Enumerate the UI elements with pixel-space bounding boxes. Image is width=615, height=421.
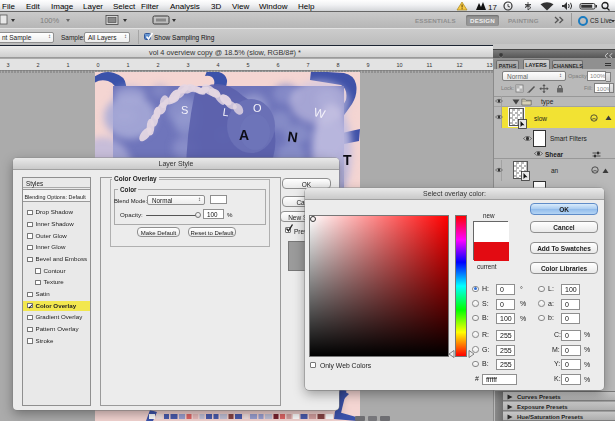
svg-text:1: 1 xyxy=(67,62,70,68)
svg-text:3: 3 xyxy=(187,62,190,68)
svg-text:7: 7 xyxy=(307,62,310,68)
svg-text:11: 11 xyxy=(427,62,433,68)
svg-text:A: A xyxy=(239,127,249,143)
svg-text:3: 3 xyxy=(7,62,10,68)
svg-text:5: 5 xyxy=(247,62,250,68)
svg-text:1: 1 xyxy=(127,62,130,68)
svg-text:9: 9 xyxy=(367,62,370,68)
svg-text:0: 0 xyxy=(97,62,100,68)
svg-text:2: 2 xyxy=(37,62,40,68)
svg-text:6: 6 xyxy=(277,62,280,68)
svg-text:10: 10 xyxy=(397,62,403,68)
svg-text:8: 8 xyxy=(337,62,340,68)
svg-text:13: 13 xyxy=(487,62,493,68)
svg-text:O: O xyxy=(253,102,262,114)
svg-text:2: 2 xyxy=(157,62,160,68)
svg-text:12: 12 xyxy=(457,62,463,68)
svg-text:S: S xyxy=(181,104,188,116)
svg-text:100%: 100% xyxy=(40,16,60,25)
svg-text:17: 17 xyxy=(488,3,497,12)
svg-text:4: 4 xyxy=(217,62,220,68)
svg-text:T: T xyxy=(343,152,352,168)
